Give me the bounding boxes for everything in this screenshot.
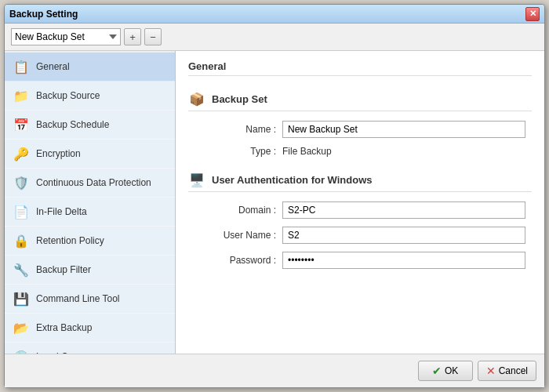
sidebar-label-general: General: [36, 61, 70, 72]
sidebar-label-cdp: Continuous Data Protection: [36, 177, 151, 188]
backup-setting-window: Backup Setting ✕ New Backup Set + − Gene…: [4, 4, 545, 388]
sidebar-item-infile-delta[interactable]: In-File Delta: [5, 198, 175, 227]
name-input[interactable]: [282, 121, 525, 138]
ok-icon: ✔: [432, 365, 442, 377]
username-row: User Name :: [188, 227, 532, 244]
sidebar-item-encryption[interactable]: Encryption: [5, 140, 175, 169]
sidebar-item-extra-backup[interactable]: Extra Backup: [5, 314, 175, 343]
titlebar: Backup Setting ✕: [5, 5, 544, 24]
sidebar-item-cdp[interactable]: Continuous Data Protection: [5, 169, 175, 198]
password-row: Password :: [188, 252, 532, 269]
backup-set-section: 📦 Backup Set Name : Type : File Backup: [188, 90, 532, 157]
cdp-sidebar-icon: [13, 174, 30, 191]
sidebar-label-infile-delta: In-File Delta: [36, 206, 87, 217]
window-title: Backup Setting: [9, 9, 78, 20]
backup-set-name-row: Name :: [188, 121, 532, 138]
command-line-sidebar-icon: [13, 290, 30, 307]
type-label: Type :: [212, 146, 282, 157]
type-value: File Backup: [282, 146, 332, 157]
sidebar-label-encryption: Encryption: [36, 148, 81, 159]
password-input[interactable]: [282, 252, 525, 269]
backup-set-select[interactable]: New Backup Set: [11, 28, 121, 45]
username-input[interactable]: [282, 227, 525, 244]
sidebar: GeneralBackup SourceBackup ScheduleEncry…: [5, 51, 176, 354]
domain-row: Domain :: [188, 201, 532, 219]
name-label: Name :: [212, 124, 282, 135]
backup-set-dropdown: New Backup Set: [11, 28, 121, 45]
general-sidebar-icon: [13, 58, 30, 75]
cancel-icon: ✕: [486, 365, 496, 377]
backup-schedule-sidebar-icon: [13, 116, 30, 133]
domain-input[interactable]: [282, 201, 525, 219]
sidebar-item-backup-schedule[interactable]: Backup Schedule: [5, 111, 175, 140]
footer: ✔ OK ✕ Cancel: [5, 354, 544, 387]
username-label: User Name :: [212, 230, 282, 241]
user-auth-section: 🖥️ User Authentication for Windows Domai…: [188, 171, 532, 269]
extra-backup-sidebar-icon: [13, 319, 30, 336]
user-auth-title: User Authentication for Windows: [212, 174, 373, 186]
content-area: GeneralBackup SourceBackup ScheduleEncry…: [5, 51, 544, 354]
sidebar-item-retention-policy[interactable]: Retention Policy: [5, 227, 175, 256]
general-section-header: General: [188, 60, 532, 76]
local-copy-sidebar-icon: [13, 348, 30, 354]
sidebar-label-backup-filter: Backup Filter: [36, 264, 91, 275]
backup-set-subheader: 📦 Backup Set: [188, 90, 532, 111]
ok-button[interactable]: ✔ OK: [418, 361, 473, 381]
sidebar-item-backup-filter[interactable]: Backup Filter: [5, 256, 175, 285]
add-backup-set-button[interactable]: +: [124, 28, 141, 45]
domain-label: Domain :: [212, 205, 282, 216]
user-auth-subheader: 🖥️ User Authentication for Windows: [188, 171, 532, 192]
backup-set-type-row: Type : File Backup: [188, 146, 532, 157]
sidebar-label-extra-backup: Extra Backup: [36, 322, 92, 333]
cancel-label: Cancel: [499, 365, 528, 376]
infile-delta-sidebar-icon: [13, 203, 30, 220]
cancel-button[interactable]: ✕ Cancel: [478, 361, 536, 381]
main-panel: General 📦 Backup Set Name : Type : File …: [176, 51, 544, 354]
retention-policy-sidebar-icon: [13, 232, 30, 249]
remove-backup-set-button[interactable]: −: [144, 28, 162, 45]
general-section-title: General: [188, 60, 226, 72]
sidebar-item-command-line[interactable]: Command Line Tool: [5, 285, 175, 314]
close-button[interactable]: ✕: [525, 7, 540, 21]
sidebar-label-backup-source: Backup Source: [36, 90, 100, 101]
sidebar-item-backup-source[interactable]: Backup Source: [5, 82, 175, 111]
sidebar-item-local-copy[interactable]: Local Copy: [5, 343, 175, 354]
password-label: Password :: [212, 255, 282, 266]
backup-source-sidebar-icon: [13, 87, 30, 104]
sidebar-item-general[interactable]: General: [5, 53, 175, 82]
toolbar: New Backup Set + −: [5, 24, 544, 51]
encryption-sidebar-icon: [13, 145, 30, 162]
backup-filter-sidebar-icon: [13, 261, 30, 278]
user-auth-icon: 🖥️: [188, 171, 205, 188]
backup-set-title: Backup Set: [212, 93, 267, 105]
sidebar-label-retention-policy: Retention Policy: [36, 235, 104, 246]
sidebar-label-backup-schedule: Backup Schedule: [36, 119, 109, 130]
backup-set-icon: 📦: [188, 90, 205, 107]
sidebar-label-command-line: Command Line Tool: [36, 293, 120, 304]
ok-label: OK: [445, 365, 458, 376]
